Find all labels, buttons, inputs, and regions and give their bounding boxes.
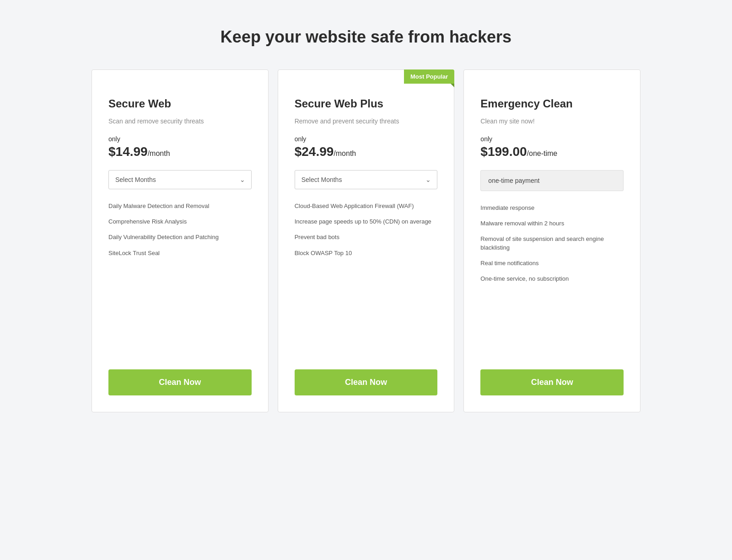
list-item: SiteLock Trust Seal: [108, 245, 252, 261]
price-emergency-clean: $199.00/one-time: [480, 144, 624, 159]
month-select-2[interactable]: Select Months 1 Month 3 Months 6 Months …: [295, 170, 438, 189]
card-title-emergency-clean: Emergency Clean: [480, 97, 624, 110]
list-item: Block OWASP Top 10: [295, 245, 438, 261]
features-list-emergency-clean: Immediate response Malware removal withi…: [480, 200, 624, 321]
clean-now-button-secure-web-plus[interactable]: Clean Now: [295, 369, 438, 395]
list-item: Comprehensive Risk Analysis: [108, 214, 252, 229]
features-list-secure-web: Daily Malware Detection and Removal Comp…: [108, 198, 252, 308]
list-item: Daily Vulnerability Detection and Patchi…: [108, 229, 252, 245]
month-select-1[interactable]: Select Months 1 Month 3 Months 6 Months …: [108, 170, 252, 189]
list-item: Malware removal within 2 hours: [480, 216, 624, 231]
features-list-secure-web-plus: Cloud-Based Web Application Firewall (WA…: [295, 198, 438, 308]
clean-now-button-emergency-clean[interactable]: Clean Now: [480, 369, 624, 395]
month-select-wrapper-2[interactable]: Select Months 1 Month 3 Months 6 Months …: [295, 170, 438, 189]
pricing-cards: Secure Web Scan and remove security thre…: [92, 69, 640, 412]
price-label-secure-web: only: [108, 135, 252, 143]
price-label-secure-web-plus: only: [295, 135, 438, 143]
card-secure-web: Secure Web Scan and remove security thre…: [92, 69, 269, 412]
price-secure-web-plus: $24.99/month: [295, 144, 438, 159]
clean-now-button-secure-web[interactable]: Clean Now: [108, 369, 252, 395]
list-item: Prevent bad bots: [295, 229, 438, 245]
list-item: Cloud-Based Web Application Firewall (WA…: [295, 198, 438, 214]
card-description-secure-web: Scan and remove security threats: [108, 117, 252, 126]
month-select-wrapper-1[interactable]: Select Months 1 Month 3 Months 6 Months …: [108, 170, 252, 189]
card-description-emergency-clean: Clean my site now!: [480, 117, 624, 126]
card-emergency-clean: Emergency Clean Clean my site now! only …: [463, 69, 640, 412]
card-secure-web-plus: Most Popular Secure Web Plus Remove and …: [278, 69, 455, 412]
card-description-secure-web-plus: Remove and prevent security threats: [295, 117, 438, 126]
list-item: Immediate response: [480, 200, 624, 216]
card-title-secure-web-plus: Secure Web Plus: [295, 97, 438, 110]
list-item: Daily Malware Detection and Removal: [108, 198, 252, 214]
one-time-payment-box: one-time payment: [480, 170, 624, 191]
list-item: Real time notifications: [480, 256, 624, 271]
list-item: Removal of site suspension and search en…: [480, 231, 624, 255]
most-popular-badge: Most Popular: [404, 69, 454, 84]
price-label-emergency-clean: only: [480, 135, 624, 143]
list-item: One-time service, no subscription: [480, 271, 624, 287]
page-title: Keep your website safe from hackers: [221, 27, 511, 47]
price-secure-web: $14.99/month: [108, 144, 252, 159]
list-item: Increase page speeds up to 50% (CDN) on …: [295, 214, 438, 229]
card-title-secure-web: Secure Web: [108, 97, 252, 110]
